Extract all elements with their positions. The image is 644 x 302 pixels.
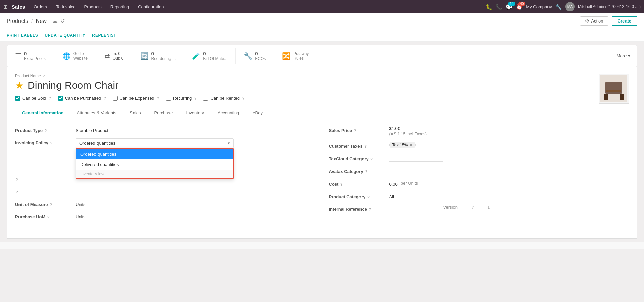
list-icon: ☰ bbox=[15, 52, 21, 60]
star-icon[interactable]: ★ bbox=[15, 80, 24, 91]
settings-icon[interactable]: 🔧 bbox=[555, 4, 562, 10]
invoicing-dropdown-popup: Ordered quantities Delivered quantities … bbox=[76, 148, 234, 179]
smart-buttons-bar: ☰ 0 Extra Prices 🌐 Go To Website ⇄ In: 0… bbox=[7, 45, 637, 67]
can-be-rented-field: Can be Rented ? bbox=[203, 96, 244, 101]
breadcrumb-parent[interactable]: Products bbox=[7, 18, 28, 24]
can-be-sold-checkbox[interactable] bbox=[15, 96, 20, 101]
product-tabs: General Information Attributes & Variant… bbox=[15, 107, 629, 119]
create-button[interactable]: Create bbox=[612, 16, 637, 26]
tab-inventory[interactable]: Inventory bbox=[180, 107, 211, 119]
chat-icon[interactable]: 💬 11 bbox=[506, 4, 513, 10]
user-avatar[interactable]: MA bbox=[565, 2, 575, 11]
tax-badge-label: Tax 15% bbox=[392, 143, 408, 147]
cost-value[interactable]: 0.00 bbox=[389, 180, 398, 187]
tax-remove-icon[interactable]: ✕ bbox=[409, 143, 413, 147]
name-help-icon[interactable]: ? bbox=[43, 74, 45, 78]
internal-ref-value[interactable] bbox=[389, 206, 430, 208]
field-help-1[interactable]: ? bbox=[16, 178, 18, 182]
tab-ebay[interactable]: eBay bbox=[246, 107, 269, 119]
recurring-label: Recurring bbox=[173, 96, 192, 101]
can-be-sold-help[interactable]: ? bbox=[49, 96, 51, 100]
go-to-website-line2: Website bbox=[73, 56, 88, 61]
recurring-help[interactable]: ? bbox=[194, 96, 196, 100]
purchase-uom-value: Units bbox=[76, 212, 315, 219]
nav-to-invoice[interactable]: To Invoice bbox=[52, 3, 79, 11]
product-category-value[interactable]: All bbox=[389, 192, 394, 199]
grid-icon[interactable]: ⊞ bbox=[3, 4, 8, 10]
go-to-website-button[interactable]: 🌐 Go To Website bbox=[54, 49, 96, 63]
can-be-purchased-field: Can be Purchased ? bbox=[58, 96, 106, 101]
product-type-help[interactable]: ? bbox=[45, 129, 47, 133]
dropdown-option-ordered[interactable]: Ordered quantities bbox=[76, 149, 233, 159]
sales-price-value[interactable]: $1.00 bbox=[389, 126, 427, 131]
dropdown-arrow-icon: ▾ bbox=[228, 141, 230, 146]
dropdown-option-delivered[interactable]: Delivered quantities bbox=[76, 159, 233, 170]
tab-general-information[interactable]: General Information bbox=[15, 107, 70, 119]
transfers-button[interactable]: ⇄ In: 0 Out: 0 bbox=[96, 49, 132, 63]
ecos-button[interactable]: 🔧 0 ECOs bbox=[236, 48, 274, 64]
more-button[interactable]: More ▾ bbox=[610, 51, 637, 61]
print-labels-link[interactable]: PRINT LABELS bbox=[7, 33, 38, 38]
internal-ref-help[interactable]: ? bbox=[369, 207, 371, 211]
can-be-rented-checkbox[interactable] bbox=[203, 96, 208, 101]
tab-purchase[interactable]: Purchase bbox=[148, 107, 180, 119]
nav-reporting[interactable]: Reporting bbox=[107, 3, 132, 11]
product-checkboxes: Can be Sold ? Can be Purchased ? Can be … bbox=[15, 96, 629, 101]
product-category-help[interactable]: ? bbox=[367, 195, 370, 199]
avatax-help[interactable]: ? bbox=[365, 170, 367, 174]
sales-price-help[interactable]: ? bbox=[354, 129, 356, 133]
customer-taxes-help[interactable]: ? bbox=[364, 144, 367, 148]
svg-rect-4 bbox=[606, 90, 621, 92]
cost-unit: per Units bbox=[401, 181, 418, 186]
reordering-button[interactable]: 🔄 0 Reordering ... bbox=[132, 48, 184, 64]
svg-rect-2 bbox=[604, 94, 608, 100]
action-bar: PRINT LABELS UPDATE QUANTITY REPLENISH bbox=[0, 29, 644, 42]
transfer-icon: ⇄ bbox=[104, 52, 110, 60]
avatax-value[interactable] bbox=[389, 167, 443, 174]
can-be-expensed-help[interactable]: ? bbox=[157, 96, 159, 100]
product-name-row: ★ Dinning Room Chair bbox=[15, 80, 629, 91]
product-image[interactable] bbox=[599, 74, 629, 104]
can-be-purchased-checkbox[interactable] bbox=[58, 96, 63, 101]
taxcloud-help[interactable]: ? bbox=[370, 157, 373, 161]
update-quantity-link[interactable]: UPDATE QUANTITY bbox=[45, 33, 85, 38]
invoicing-dropdown-select[interactable]: Ordered quantities ▾ Ordered quantities … bbox=[76, 138, 234, 148]
refresh-icon[interactable]: ↺ bbox=[60, 18, 65, 24]
product-form: Product Name ? ★ Dinning Room Chair Can … bbox=[7, 67, 637, 239]
nav-orders[interactable]: Orders bbox=[30, 3, 50, 11]
cloud-icon[interactable]: ☁ bbox=[52, 18, 58, 24]
putaway-button[interactable]: 🔀 Putaway Rules bbox=[274, 49, 317, 63]
incl-taxes: (= $ 1.15 Incl. Taxes) bbox=[389, 132, 427, 136]
debug-icon[interactable]: 🐛 bbox=[486, 4, 492, 10]
field-help-2[interactable]: ? bbox=[16, 190, 18, 194]
app-name[interactable]: Sales bbox=[12, 4, 25, 10]
nav-products[interactable]: Products bbox=[81, 3, 105, 11]
can-be-expensed-checkbox[interactable] bbox=[113, 96, 118, 101]
cost-help[interactable]: ? bbox=[340, 182, 343, 186]
product-name-value[interactable]: Dinning Room Chair bbox=[28, 80, 118, 91]
version-help[interactable]: ? bbox=[472, 205, 474, 209]
clock-icon[interactable]: ⏰ 40 bbox=[516, 4, 523, 10]
replenish-link[interactable]: REPLENISH bbox=[92, 33, 117, 38]
can-be-purchased-label: Can be Purchased bbox=[65, 96, 101, 101]
tab-attributes-variants[interactable]: Attributes & Variants bbox=[70, 107, 123, 119]
can-be-rented-help[interactable]: ? bbox=[242, 96, 244, 100]
phone-icon[interactable]: 📞 bbox=[496, 4, 502, 10]
wrench-icon: 🔧 bbox=[244, 52, 252, 60]
tab-accounting[interactable]: Accounting bbox=[211, 107, 246, 119]
can-be-purchased-help[interactable]: ? bbox=[104, 96, 106, 100]
invoicing-policy-help[interactable]: ? bbox=[50, 141, 53, 145]
recurring-checkbox[interactable] bbox=[166, 96, 171, 101]
tab-sales[interactable]: Sales bbox=[123, 107, 148, 119]
bom-button[interactable]: 🧪 0 Bill Of Mate... bbox=[184, 48, 236, 64]
customer-taxes-row: Customer Taxes ? Tax 15% ✕ bbox=[329, 142, 629, 149]
internal-reference-row: Internal Reference ? Version ? 1 bbox=[329, 205, 629, 212]
nav-configuration[interactable]: Configuration bbox=[135, 3, 167, 11]
product-category-row: Product Category ? All bbox=[329, 192, 629, 199]
tab-content-general: Product Type ? Storable Product Invoicin… bbox=[15, 119, 629, 231]
uom-help[interactable]: ? bbox=[50, 203, 52, 207]
action-button[interactable]: ⚙ Action bbox=[580, 16, 608, 26]
extra-prices-button[interactable]: ☰ 0 Extra Prices bbox=[7, 48, 54, 64]
purchase-uom-help[interactable]: ? bbox=[47, 215, 50, 219]
taxcloud-value[interactable] bbox=[389, 154, 443, 162]
